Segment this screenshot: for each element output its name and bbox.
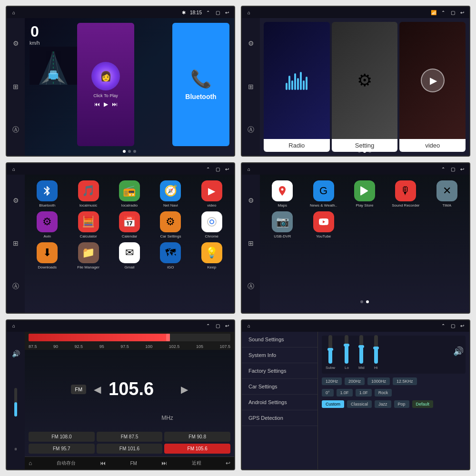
app-calendar[interactable]: 📅 Calendar (111, 211, 148, 238)
radio-card[interactable]: Radio (264, 22, 330, 152)
home-icon-2[interactable]: ⌂ (246, 9, 252, 16)
app-calculator[interactable]: 🧮 Calculator (69, 211, 107, 238)
preset-fm108[interactable]: FM 108.0 (29, 432, 95, 442)
settings-sound[interactable]: Sound Settings (242, 332, 317, 347)
home-bottom-button[interactable]: ⌂ (29, 460, 32, 466)
nav-icon-4[interactable]: Ⓐ (248, 282, 254, 291)
back-icon-3[interactable]: ↩ (224, 166, 230, 172)
app-tima[interactable]: ✕ TiMA (428, 180, 466, 208)
freq-120hz[interactable]: 120Hz (322, 377, 342, 385)
square-icon-4[interactable]: ▢ (449, 166, 456, 172)
settings-car[interactable]: Car Settings (242, 379, 317, 395)
fm-band-label[interactable]: FM (130, 461, 137, 466)
auto-save-label[interactable]: 自动存台 (57, 460, 76, 466)
eq-mid-track[interactable] (359, 335, 363, 364)
home-icon-5[interactable]: ⌂ (10, 323, 17, 329)
square-icon-6[interactable]: ▢ (449, 323, 456, 329)
nav-icon-2[interactable]: Ⓐ (248, 126, 254, 134)
eq-lo-handle[interactable] (344, 344, 349, 347)
play-button[interactable]: ▶ (104, 101, 108, 108)
back-icon-4[interactable]: ↩ (459, 166, 466, 172)
fm-next-button[interactable]: ▶ (181, 384, 188, 395)
settings-icon[interactable]: ⚙ (13, 40, 19, 47)
back-icon[interactable]: ↩ (224, 9, 230, 16)
app-video[interactable]: ▶ video (193, 180, 230, 208)
home-icon-3[interactable]: ⌂ (10, 166, 17, 172)
back-icon-6[interactable]: ↩ (459, 323, 466, 329)
settings-android[interactable]: Android Settings (242, 395, 317, 410)
freq-track[interactable] (29, 334, 230, 341)
app-soundrecorder[interactable]: 🎙 Sound Recorder (387, 180, 424, 208)
square-icon-3[interactable]: ▢ (214, 166, 221, 172)
square-icon-2[interactable]: ▢ (449, 9, 456, 16)
settings-system[interactable]: System Info (242, 347, 317, 363)
fm-skip-prev-button[interactable]: ⏮ (100, 460, 106, 466)
app-bluetooth[interactable]: Bluetooth (29, 180, 66, 208)
eq-hi-track[interactable] (374, 335, 378, 364)
home-icon-6[interactable]: ⌂ (246, 323, 252, 329)
grid-icon-4[interactable]: ⊞ (248, 239, 254, 247)
fm-back-button[interactable]: ↩ (226, 460, 230, 466)
phase-1[interactable]: 1.0F (337, 389, 353, 397)
preset-fm90[interactable]: FM 90.8 (164, 432, 230, 442)
app-chrome[interactable]: Chrome (193, 211, 230, 238)
eq-subw-track[interactable] (328, 335, 332, 364)
app-localradio[interactable]: 📻 localradio (111, 180, 148, 208)
prev-button[interactable]: ⏮ (94, 101, 100, 108)
app-gmail[interactable]: ✉ Gmail (111, 242, 148, 269)
nav-icon[interactable]: Ⓐ (12, 126, 19, 134)
setting-card[interactable]: ⚙ Setting (332, 22, 398, 152)
phase-2[interactable]: 1.0F (356, 389, 372, 397)
app-filemanager[interactable]: 📁 File Manager (69, 242, 107, 269)
chevron-up-icon-6[interactable]: ⌃ (440, 323, 446, 329)
bluetooth-card[interactable]: 📞 Bluetooth (172, 23, 229, 146)
app-usbdvr[interactable]: 📷 USB-DVR (264, 211, 301, 238)
home-icon-4[interactable]: ⌂ (246, 166, 252, 172)
settings-icon-4[interactable]: ⚙ (248, 197, 254, 204)
preset-fm95[interactable]: FM 95.7 (29, 444, 95, 454)
fm-skip-next-button[interactable]: ⏭ (161, 460, 167, 466)
grid-icon-2[interactable]: ⊞ (248, 83, 254, 90)
settings-factory[interactable]: Factory Settings (242, 363, 317, 379)
settings-icon-2[interactable]: ⚙ (248, 40, 254, 47)
app-youtube[interactable]: YouTube (305, 211, 342, 238)
square-icon-5[interactable]: ▢ (214, 323, 221, 329)
app-carsettings[interactable]: ⚙ Car Settings (152, 211, 189, 238)
preset-pop[interactable]: Pop (394, 400, 409, 408)
preset-jazz[interactable]: Jazz (375, 400, 391, 408)
preset-classical[interactable]: Classical (347, 400, 372, 408)
eq-lo-track[interactable] (345, 335, 348, 364)
settings-gps[interactable]: GPS Detection (242, 410, 317, 426)
chevron-up-icon-5[interactable]: ⌃ (205, 323, 211, 329)
back-icon-2[interactable]: ↩ (459, 9, 466, 16)
freq-12khz[interactable]: 12.5KHz (393, 377, 417, 385)
settings-icon-3[interactable]: ⚙ (13, 197, 19, 204)
eq-mid-handle[interactable] (358, 345, 364, 348)
phase-rock[interactable]: Rock (375, 389, 392, 397)
grid-icon-3[interactable]: ⊞ (13, 239, 19, 247)
remote-label[interactable]: 近程 (192, 460, 201, 466)
freq-1000hz[interactable]: 1000Hz (367, 377, 390, 385)
chevron-up-icon[interactable]: ⌃ (205, 9, 211, 16)
app-downloads[interactable]: ⬇ Downloads (29, 242, 66, 269)
app-playstore[interactable]: Play Store (346, 180, 383, 208)
maximize-icon[interactable]: ⌃ (440, 9, 446, 16)
next-button[interactable]: ⏭ (112, 101, 118, 108)
app-localmusic[interactable]: 🎵 localmusic (69, 180, 107, 208)
sound-settings-icon[interactable]: 🔊 (453, 346, 464, 357)
preset-custom[interactable]: Custom (322, 400, 344, 408)
phase-0[interactable]: 0° (322, 389, 334, 397)
eq-subw-handle[interactable] (327, 348, 333, 351)
square-icon[interactable]: ▢ (214, 9, 221, 16)
nav-icon-3[interactable]: Ⓐ (12, 282, 19, 291)
freq-200hz[interactable]: 200Hz (345, 377, 365, 385)
app-keep[interactable]: 💡 Keep (193, 242, 230, 269)
eq-hi-handle[interactable] (373, 347, 379, 349)
app-netnavi[interactable]: 🧭 Net Navi (152, 180, 189, 208)
app-news[interactable]: G News & Weath.. (305, 180, 342, 208)
back-icon-5[interactable]: ↩ (224, 323, 230, 329)
chevron-up-icon-4[interactable]: ⌃ (440, 166, 446, 172)
app-maps[interactable]: Maps (264, 180, 301, 208)
chevron-up-icon-3[interactable]: ⌃ (205, 166, 211, 172)
fm-prev-button[interactable]: ◀ (94, 384, 101, 395)
